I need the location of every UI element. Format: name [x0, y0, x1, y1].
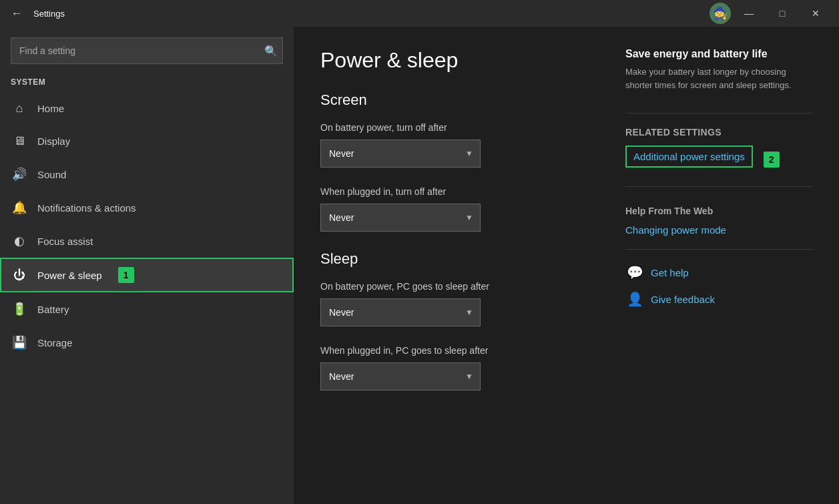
titlebar: ← Settings 🧙 — □ ✕	[0, 0, 839, 27]
search-input[interactable]	[11, 37, 283, 64]
screen-battery-container: On battery power, turn off after Never 1…	[320, 122, 585, 168]
notifications-icon: 🔔	[12, 200, 27, 215]
related-title: Related settings	[625, 127, 812, 138]
additional-power-settings-link[interactable]: Additional power settings	[625, 146, 753, 168]
sleep-plugged-container: When plugged in, PC goes to sleep after …	[320, 345, 585, 391]
give-feedback-item[interactable]: 👤 Give feedback	[625, 290, 812, 308]
sidebar-item-home-label: Home	[37, 103, 64, 114]
sleep-battery-dropdown[interactable]: Never 1 minute 5 minutes 10 minutes 15 m…	[320, 298, 481, 326]
info-text: Make your battery last longer by choosin…	[625, 65, 812, 91]
sleep-plugged-dropdown[interactable]: Never 1 minute 5 minutes 10 minutes 15 m…	[320, 362, 481, 391]
sidebar: 🔍 System ⌂ Home 🖥 Display 🔊 Sound 🔔 Noti…	[0, 27, 294, 504]
get-help-link[interactable]: Get help	[651, 267, 689, 278]
page-title: Power & sleep	[320, 48, 585, 73]
sidebar-item-notifications[interactable]: 🔔 Notifications & actions	[0, 191, 294, 224]
battery-icon: 🔋	[12, 302, 27, 316]
sidebar-item-battery-label: Battery	[37, 304, 69, 315]
content-area: Power & sleep Screen On battery power, t…	[294, 27, 839, 504]
sound-icon: 🔊	[12, 167, 27, 182]
titlebar-controls: 🧙 — □ ✕	[710, 0, 831, 27]
divider-1	[625, 113, 812, 113]
additional-power-annotation-badge: 2	[764, 152, 780, 168]
content-main: Power & sleep Screen On battery power, t…	[320, 48, 585, 483]
sidebar-item-sound-label: Sound	[37, 169, 66, 180]
avatar: 🧙	[710, 3, 731, 24]
power-annotation-badge: 1	[118, 267, 134, 283]
sidebar-search-container: 🔍	[11, 37, 283, 64]
sidebar-item-storage[interactable]: 💾 Storage	[0, 326, 294, 359]
close-button[interactable]: ✕	[800, 0, 831, 27]
sidebar-item-focus-label: Focus assist	[37, 236, 93, 247]
info-box: Save energy and battery life Make your b…	[625, 48, 812, 91]
sidebar-item-power-label: Power & sleep	[37, 270, 102, 281]
sidebar-item-display[interactable]: 🖥 Display	[0, 125, 294, 158]
sidebar-item-home[interactable]: ⌂ Home	[0, 92, 294, 125]
help-section: Help from the web Changing power mode	[625, 206, 812, 236]
give-feedback-icon: 👤	[625, 290, 644, 308]
titlebar-left: ← Settings	[8, 4, 65, 23]
sleep-section-title: Sleep	[320, 250, 585, 268]
sidebar-item-sound[interactable]: 🔊 Sound	[0, 158, 294, 191]
screen-battery-select[interactable]: Never 1 minute 5 minutes 10 minutes 15 m…	[321, 140, 480, 167]
sleep-plugged-select[interactable]: Never 1 minute 5 minutes 10 minutes 15 m…	[321, 363, 480, 390]
content-sidebar: Save energy and battery life Make your b…	[625, 48, 812, 483]
home-icon: ⌂	[12, 101, 27, 115]
help-title: Help from the web	[625, 206, 812, 216]
sidebar-item-notifications-label: Notifications & actions	[37, 202, 136, 214]
screen-battery-label: On battery power, turn off after	[320, 122, 585, 133]
info-title: Save energy and battery life	[625, 48, 812, 60]
power-icon: ⏻	[12, 268, 27, 282]
app-body: 🔍 System ⌂ Home 🖥 Display 🔊 Sound 🔔 Noti…	[0, 27, 839, 504]
display-icon: 🖥	[12, 134, 27, 148]
screen-plugged-dropdown[interactable]: Never 1 minute 5 minutes 10 minutes 15 m…	[320, 204, 481, 232]
screen-plugged-container: When plugged in, turn off after Never 1 …	[320, 186, 585, 232]
sidebar-item-power[interactable]: ⏻ Power & sleep 1	[0, 258, 294, 292]
get-help-icon: 💬	[625, 263, 644, 282]
get-help-item[interactable]: 💬 Get help	[625, 263, 812, 282]
sleep-battery-label: On battery power, PC goes to sleep after	[320, 281, 585, 292]
screen-plugged-label: When plugged in, turn off after	[320, 186, 585, 197]
divider-3	[625, 249, 812, 250]
screen-battery-dropdown[interactable]: Never 1 minute 5 minutes 10 minutes 15 m…	[320, 140, 481, 168]
sleep-battery-container: On battery power, PC goes to sleep after…	[320, 281, 585, 326]
maximize-button[interactable]: □	[767, 0, 798, 27]
storage-icon: 💾	[12, 335, 27, 350]
related-settings: Related settings Additional power settin…	[625, 127, 812, 173]
titlebar-title: Settings	[33, 9, 65, 19]
changing-power-mode-link[interactable]: Changing power mode	[625, 224, 812, 236]
focus-icon: ◐	[12, 234, 27, 248]
sidebar-section-label: System	[0, 69, 294, 92]
divider-2	[625, 186, 812, 187]
give-feedback-link[interactable]: Give feedback	[651, 294, 715, 305]
minimize-button[interactable]: —	[734, 0, 764, 27]
sleep-battery-select[interactable]: Never 1 minute 5 minutes 10 minutes 15 m…	[321, 299, 480, 326]
sidebar-item-storage-label: Storage	[37, 337, 73, 348]
back-button[interactable]: ←	[8, 4, 25, 23]
screen-section-title: Screen	[320, 91, 585, 109]
search-icon[interactable]: 🔍	[264, 45, 278, 57]
sidebar-item-focus[interactable]: ◐ Focus assist	[0, 224, 294, 258]
sleep-plugged-label: When plugged in, PC goes to sleep after	[320, 345, 585, 356]
screen-plugged-select[interactable]: Never 1 minute 5 minutes 10 minutes 15 m…	[321, 204, 480, 231]
sidebar-item-display-label: Display	[37, 136, 70, 147]
sidebar-item-battery[interactable]: 🔋 Battery	[0, 292, 294, 326]
